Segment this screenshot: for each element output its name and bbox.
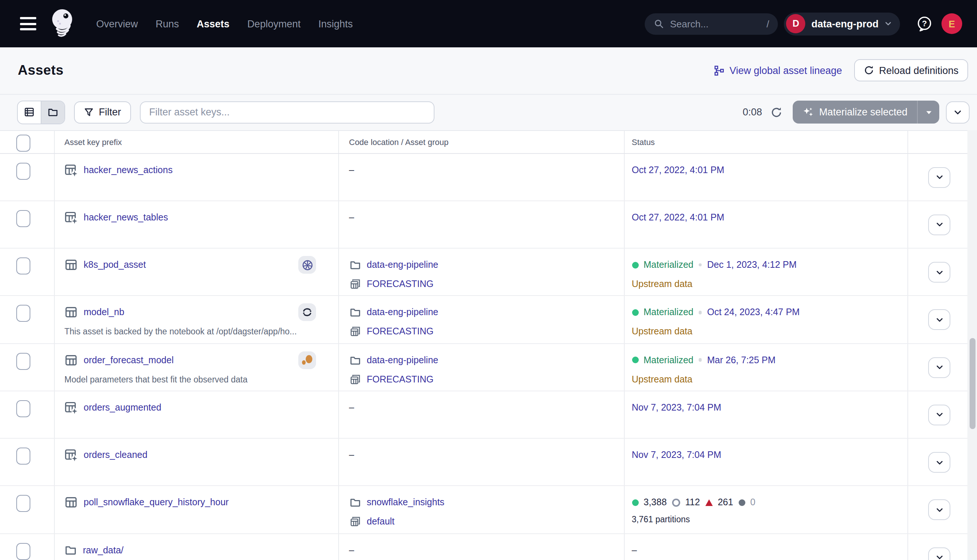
row-checkbox[interactable] xyxy=(16,352,30,370)
row-expand-button[interactable] xyxy=(928,262,950,283)
separator-dot xyxy=(699,311,702,314)
asset-link[interactable]: hacker_news_actions xyxy=(84,165,172,175)
view-global-asset-lineage-link[interactable]: View global asset lineage xyxy=(713,65,842,76)
separator-dot xyxy=(699,263,702,267)
row-checkbox[interactable] xyxy=(16,162,30,179)
folder-view-button[interactable] xyxy=(40,102,64,123)
chevron-down-icon xyxy=(934,315,944,325)
status-label: Materialized xyxy=(643,355,693,365)
hamburger-menu-icon[interactable] xyxy=(20,17,36,30)
materialization-date-link[interactable]: Oct 24, 2023, 4:47 PM xyxy=(707,307,800,318)
row-checkbox[interactable] xyxy=(16,448,30,465)
scrollbar-track[interactable] xyxy=(967,130,977,560)
row-expand-button[interactable] xyxy=(928,215,950,235)
column-header-code-location: Code location / Asset group xyxy=(349,138,449,147)
table-row: order_forecast_model Model parameters th… xyxy=(0,343,977,391)
filter-button[interactable]: Filter xyxy=(73,102,130,123)
nav-item-deployment[interactable]: Deployment xyxy=(244,14,304,34)
nav-item-assets[interactable]: Assets xyxy=(194,14,233,34)
user-avatar[interactable]: E xyxy=(942,13,962,34)
row-checkbox[interactable] xyxy=(16,495,30,512)
row-checkbox[interactable] xyxy=(16,305,30,322)
noteable-badge xyxy=(298,351,316,369)
dagster-logo-icon[interactable] xyxy=(46,7,77,41)
asset-link[interactable]: orders_augmented xyxy=(84,402,161,413)
asset-link[interactable]: order_forecast_model xyxy=(84,355,174,365)
row-checkbox[interactable] xyxy=(16,400,30,417)
code-location-link[interactable]: data-eng-pipeline xyxy=(367,355,438,365)
row-expand-button[interactable] xyxy=(928,167,950,188)
materialization-date-link[interactable]: Oct 27, 2022, 4:01 PM xyxy=(632,165,724,175)
materialization-date-link[interactable]: Mar 26, 7:25 PM xyxy=(707,355,776,365)
deployment-switcher[interactable]: D data-eng-prod xyxy=(784,12,900,35)
table-header-row: Asset key prefix Code location / Asset g… xyxy=(0,131,977,153)
nav-item-insights[interactable]: Insights xyxy=(315,14,356,34)
asset-link[interactable]: k8s_pod_asset xyxy=(84,260,146,270)
chevron-down-icon xyxy=(934,220,944,230)
asset-group-icon xyxy=(349,373,361,385)
chevron-down-icon xyxy=(934,553,944,560)
materialize-selected-button[interactable]: Materialize selected xyxy=(792,101,917,124)
list-view-button[interactable] xyxy=(17,102,40,123)
row-expand-button[interactable] xyxy=(928,310,950,330)
filter-asset-keys-input[interactable] xyxy=(140,102,434,123)
chevron-down-icon xyxy=(884,19,893,28)
asset-group-link[interactable]: default xyxy=(367,517,394,527)
asset-link[interactable]: model_nb xyxy=(84,307,124,318)
row-expand-button[interactable] xyxy=(928,405,950,425)
nav-right-cluster: Search... / D data-eng-prod E xyxy=(645,12,962,35)
folder-icon xyxy=(349,307,361,318)
scrollbar-thumb[interactable] xyxy=(969,338,975,429)
asset-group-link[interactable]: FORECASTING xyxy=(367,279,434,289)
collapse-all-button[interactable] xyxy=(946,102,970,123)
refresh-icon[interactable] xyxy=(770,107,782,118)
select-all-checkbox[interactable] xyxy=(16,135,30,152)
main-nav: Overview Runs Assets Deployment Insights xyxy=(93,14,356,34)
help-icon[interactable] xyxy=(916,15,933,32)
folder-icon xyxy=(349,354,361,366)
asset-link[interactable]: raw_data/ xyxy=(83,545,124,555)
noteable-dots-icon xyxy=(301,354,313,366)
asset-link[interactable]: poll_snowflake_query_history_hour xyxy=(84,497,229,508)
notebook-badge xyxy=(298,304,316,322)
nav-item-runs[interactable]: Runs xyxy=(153,14,182,34)
row-checkbox[interactable] xyxy=(16,543,30,560)
materialization-date-link[interactable]: Dec 1, 2023, 4:12 PM xyxy=(707,260,797,270)
chevron-down-icon xyxy=(934,505,944,515)
row-expand-button[interactable] xyxy=(928,452,950,473)
materialized-count-dot xyxy=(632,499,638,506)
kubernetes-icon xyxy=(301,258,314,271)
app-window: Overview Runs Assets Deployment Insights… xyxy=(0,0,977,560)
row-checkbox[interactable] xyxy=(16,210,30,227)
materialization-date-link[interactable]: Oct 27, 2022, 4:01 PM xyxy=(632,212,724,223)
asset-link[interactable]: orders_cleaned xyxy=(84,450,147,460)
row-expand-button[interactable] xyxy=(928,500,950,520)
row-checkbox[interactable] xyxy=(16,257,30,275)
code-location-link[interactable]: snowflake_insights xyxy=(367,497,444,508)
reload-definitions-button[interactable]: Reload definitions xyxy=(854,60,968,82)
asset-group-link[interactable]: FORECASTING xyxy=(367,327,434,337)
asset-group-link[interactable]: FORECASTING xyxy=(367,374,434,384)
code-location-link[interactable]: data-eng-pipeline xyxy=(367,307,438,318)
asset-link[interactable]: hacker_news_tables xyxy=(84,212,168,223)
search-shortcut: / xyxy=(767,18,769,29)
upstream-data-note: Upstream data xyxy=(632,324,907,339)
nav-item-overview[interactable]: Overview xyxy=(93,14,141,34)
materialization-date-link[interactable]: Nov 7, 2023, 7:04 PM xyxy=(632,402,721,413)
asset-table-icon xyxy=(64,353,78,367)
code-location-link[interactable]: data-eng-pipeline xyxy=(367,260,438,270)
funnel-icon xyxy=(83,107,94,118)
table-row: k8s_pod_asset data-eng-pipeline FORECAST… xyxy=(0,248,977,296)
row-expand-button[interactable] xyxy=(928,357,950,378)
table-row: hacker_news_tables – Oct 27, 2022, 4:01 … xyxy=(0,201,977,249)
materialized-dot xyxy=(632,357,638,363)
search-input[interactable]: Search... / xyxy=(645,13,778,34)
row-expand-button[interactable] xyxy=(928,547,950,560)
deployment-name: data-eng-prod xyxy=(812,18,879,29)
status-label: Materialized xyxy=(643,260,693,270)
table-row: hacker_news_actions – Oct 27, 2022, 4:01… xyxy=(0,153,977,201)
materialization-date-link[interactable]: Nov 7, 2023, 7:04 PM xyxy=(632,450,721,460)
asset-prefix-icon xyxy=(64,448,78,462)
materialize-options-caret[interactable] xyxy=(917,101,939,124)
chevron-down-icon xyxy=(934,267,944,277)
